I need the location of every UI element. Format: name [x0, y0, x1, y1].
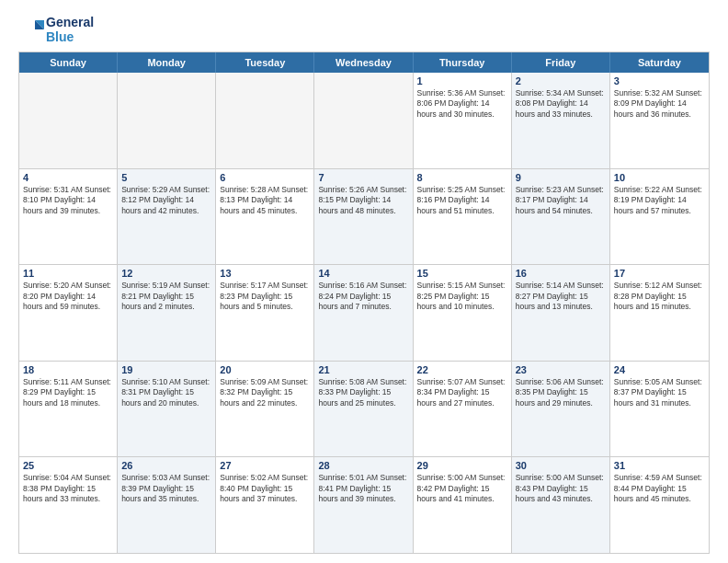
- calendar-header: SundayMondayTuesdayWednesdayThursdayFrid…: [19, 52, 709, 73]
- calendar-row-2: 11Sunrise: 5:20 AM Sunset: 8:20 PM Dayli…: [19, 265, 709, 362]
- day-content: Sunrise: 5:05 AM Sunset: 8:37 PM Dayligh…: [614, 377, 705, 408]
- day-content: Sunrise: 5:10 AM Sunset: 8:31 PM Dayligh…: [121, 377, 211, 408]
- calendar-row-0: 1Sunrise: 5:36 AM Sunset: 8:06 PM Daylig…: [19, 73, 709, 169]
- day-cell-19: 19Sunrise: 5:10 AM Sunset: 8:31 PM Dayli…: [118, 362, 216, 457]
- day-cell-15: 15Sunrise: 5:15 AM Sunset: 8:25 PM Dayli…: [414, 265, 512, 361]
- day-content: Sunrise: 5:07 AM Sunset: 8:34 PM Dayligh…: [417, 377, 507, 408]
- calendar: SundayMondayTuesdayWednesdayThursdayFrid…: [18, 52, 710, 554]
- day-content: Sunrise: 4:59 AM Sunset: 8:44 PM Dayligh…: [614, 473, 705, 504]
- day-number: 6: [220, 172, 310, 183]
- day-number: 18: [23, 364, 113, 375]
- day-number: 4: [23, 172, 113, 183]
- day-cell-7: 7Sunrise: 5:26 AM Sunset: 8:15 PM Daylig…: [314, 169, 413, 265]
- header-day-tuesday: Tuesday: [216, 52, 314, 73]
- day-number: 8: [417, 172, 507, 183]
- day-cell-13: 13Sunrise: 5:17 AM Sunset: 8:23 PM Dayli…: [216, 265, 314, 361]
- day-cell-12: 12Sunrise: 5:19 AM Sunset: 8:21 PM Dayli…: [118, 265, 216, 361]
- day-cell-30: 30Sunrise: 5:00 AM Sunset: 8:43 PM Dayli…: [512, 457, 610, 553]
- day-cell-24: 24Sunrise: 5:05 AM Sunset: 8:37 PM Dayli…: [610, 362, 709, 457]
- day-content: Sunrise: 5:32 AM Sunset: 8:09 PM Dayligh…: [614, 88, 705, 120]
- day-number: 25: [23, 460, 113, 471]
- day-content: Sunrise: 5:29 AM Sunset: 8:12 PM Dayligh…: [121, 185, 211, 216]
- day-number: 14: [318, 268, 408, 279]
- day-content: Sunrise: 5:03 AM Sunset: 8:39 PM Dayligh…: [121, 473, 211, 504]
- logo-icon: [18, 17, 44, 42]
- day-cell-1: 1Sunrise: 5:36 AM Sunset: 8:06 PM Daylig…: [414, 73, 512, 168]
- day-number: 26: [121, 460, 211, 471]
- day-cell-21: 21Sunrise: 5:08 AM Sunset: 8:33 PM Dayli…: [314, 362, 413, 457]
- day-cell-17: 17Sunrise: 5:12 AM Sunset: 8:28 PM Dayli…: [610, 265, 709, 361]
- logo-text: General Blue: [46, 15, 94, 44]
- header-day-friday: Friday: [512, 52, 610, 73]
- day-content: Sunrise: 5:28 AM Sunset: 8:13 PM Dayligh…: [220, 185, 310, 216]
- day-number: 24: [614, 364, 705, 375]
- day-content: Sunrise: 5:00 AM Sunset: 8:42 PM Dayligh…: [417, 473, 507, 504]
- day-number: 17: [614, 268, 705, 279]
- header-day-wednesday: Wednesday: [314, 52, 413, 73]
- day-number: 12: [121, 268, 211, 279]
- calendar-row-4: 25Sunrise: 5:04 AM Sunset: 8:38 PM Dayli…: [19, 457, 709, 553]
- day-cell-14: 14Sunrise: 5:16 AM Sunset: 8:24 PM Dayli…: [314, 265, 413, 361]
- day-cell-18: 18Sunrise: 5:11 AM Sunset: 8:29 PM Dayli…: [19, 362, 118, 457]
- day-cell-2: 2Sunrise: 5:34 AM Sunset: 8:08 PM Daylig…: [512, 73, 610, 168]
- day-content: Sunrise: 5:01 AM Sunset: 8:41 PM Dayligh…: [318, 473, 408, 504]
- day-cell-6: 6Sunrise: 5:28 AM Sunset: 8:13 PM Daylig…: [216, 169, 314, 265]
- day-content: Sunrise: 5:25 AM Sunset: 8:16 PM Dayligh…: [417, 185, 507, 216]
- day-content: Sunrise: 5:00 AM Sunset: 8:43 PM Dayligh…: [516, 473, 606, 504]
- day-number: 9: [516, 172, 606, 183]
- day-content: Sunrise: 5:14 AM Sunset: 8:27 PM Dayligh…: [516, 281, 606, 312]
- day-content: Sunrise: 5:08 AM Sunset: 8:33 PM Dayligh…: [318, 377, 408, 408]
- day-number: 13: [220, 268, 310, 279]
- day-cell-9: 9Sunrise: 5:23 AM Sunset: 8:17 PM Daylig…: [512, 169, 610, 265]
- day-cell-25: 25Sunrise: 5:04 AM Sunset: 8:38 PM Dayli…: [19, 457, 118, 553]
- day-number: 16: [516, 268, 606, 279]
- day-cell-22: 22Sunrise: 5:07 AM Sunset: 8:34 PM Dayli…: [414, 362, 512, 457]
- day-cell-31: 31Sunrise: 4:59 AM Sunset: 8:44 PM Dayli…: [610, 457, 709, 553]
- day-cell-3: 3Sunrise: 5:32 AM Sunset: 8:09 PM Daylig…: [610, 73, 709, 168]
- day-number: 20: [220, 364, 310, 375]
- day-content: Sunrise: 5:17 AM Sunset: 8:23 PM Dayligh…: [220, 281, 310, 312]
- day-number: 11: [23, 268, 113, 279]
- page: General Blue SundayMondayTuesdayWednesda…: [0, 0, 728, 563]
- day-cell-11: 11Sunrise: 5:20 AM Sunset: 8:20 PM Dayli…: [19, 265, 118, 361]
- calendar-row-1: 4Sunrise: 5:31 AM Sunset: 8:10 PM Daylig…: [19, 169, 709, 266]
- day-cell-23: 23Sunrise: 5:06 AM Sunset: 8:35 PM Dayli…: [512, 362, 610, 457]
- day-number: 15: [417, 268, 507, 279]
- empty-cell-0-2: [216, 73, 314, 168]
- day-content: Sunrise: 5:36 AM Sunset: 8:06 PM Dayligh…: [417, 88, 507, 120]
- day-content: Sunrise: 5:11 AM Sunset: 8:29 PM Dayligh…: [23, 377, 113, 408]
- day-cell-8: 8Sunrise: 5:25 AM Sunset: 8:16 PM Daylig…: [414, 169, 512, 265]
- empty-cell-0-0: [19, 73, 118, 168]
- day-cell-16: 16Sunrise: 5:14 AM Sunset: 8:27 PM Dayli…: [512, 265, 610, 361]
- day-cell-28: 28Sunrise: 5:01 AM Sunset: 8:41 PM Dayli…: [314, 457, 413, 553]
- header-day-monday: Monday: [118, 52, 216, 73]
- day-number: 10: [614, 172, 705, 183]
- day-cell-20: 20Sunrise: 5:09 AM Sunset: 8:32 PM Dayli…: [216, 362, 314, 457]
- day-content: Sunrise: 5:02 AM Sunset: 8:40 PM Dayligh…: [220, 473, 310, 504]
- day-content: Sunrise: 5:20 AM Sunset: 8:20 PM Dayligh…: [23, 281, 113, 312]
- day-content: Sunrise: 5:09 AM Sunset: 8:32 PM Dayligh…: [220, 377, 310, 408]
- day-content: Sunrise: 5:31 AM Sunset: 8:10 PM Dayligh…: [23, 185, 113, 216]
- day-cell-10: 10Sunrise: 5:22 AM Sunset: 8:19 PM Dayli…: [610, 169, 709, 265]
- calendar-row-3: 18Sunrise: 5:11 AM Sunset: 8:29 PM Dayli…: [19, 362, 709, 458]
- day-content: Sunrise: 5:22 AM Sunset: 8:19 PM Dayligh…: [614, 185, 705, 216]
- day-content: Sunrise: 5:19 AM Sunset: 8:21 PM Dayligh…: [121, 281, 211, 312]
- day-cell-4: 4Sunrise: 5:31 AM Sunset: 8:10 PM Daylig…: [19, 169, 118, 265]
- day-number: 27: [220, 460, 310, 471]
- day-content: Sunrise: 5:06 AM Sunset: 8:35 PM Dayligh…: [516, 377, 606, 408]
- day-number: 28: [318, 460, 408, 471]
- day-cell-27: 27Sunrise: 5:02 AM Sunset: 8:40 PM Dayli…: [216, 457, 314, 553]
- header-day-thursday: Thursday: [414, 52, 512, 73]
- day-content: Sunrise: 5:34 AM Sunset: 8:08 PM Dayligh…: [516, 88, 606, 120]
- day-cell-29: 29Sunrise: 5:00 AM Sunset: 8:42 PM Dayli…: [414, 457, 512, 553]
- day-number: 30: [516, 460, 606, 471]
- day-content: Sunrise: 5:15 AM Sunset: 8:25 PM Dayligh…: [417, 281, 507, 312]
- day-content: Sunrise: 5:04 AM Sunset: 8:38 PM Dayligh…: [23, 473, 113, 504]
- calendar-body: 1Sunrise: 5:36 AM Sunset: 8:06 PM Daylig…: [19, 73, 709, 553]
- day-number: 21: [318, 364, 408, 375]
- day-number: 29: [417, 460, 507, 471]
- day-number: 3: [614, 75, 705, 86]
- day-number: 23: [516, 364, 606, 375]
- day-content: Sunrise: 5:26 AM Sunset: 8:15 PM Dayligh…: [318, 185, 408, 216]
- logo: General Blue: [18, 15, 94, 44]
